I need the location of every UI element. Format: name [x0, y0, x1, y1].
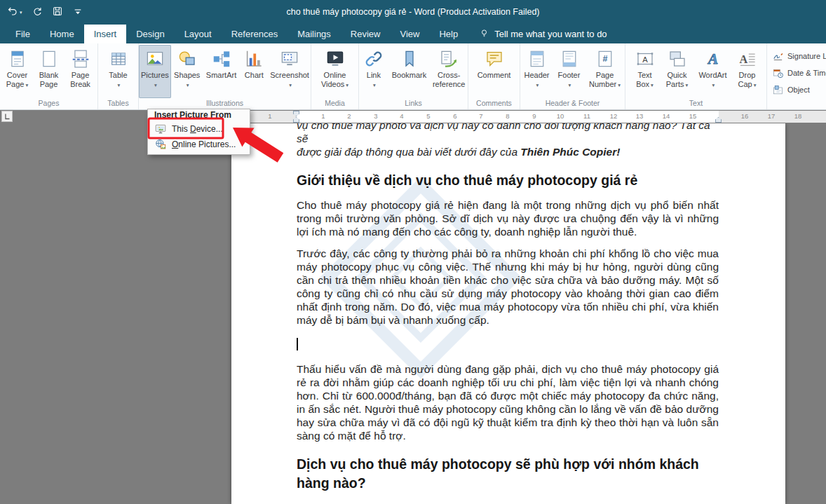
online-videos-button[interactable]: OnlineVideos	[316, 45, 355, 98]
word-window: ▾ cho thuê máy photocopy giá rẻ - Word (…	[0, 0, 826, 504]
smartart-button[interactable]: SmartArt	[203, 45, 240, 98]
page-number-button[interactable]: # PageNumber	[585, 45, 625, 98]
chart-button[interactable]: Chart	[239, 45, 269, 98]
quick-parts-icon	[667, 48, 688, 69]
tab-file[interactable]: File	[6, 25, 40, 43]
ruler-mark: 9	[532, 112, 536, 120]
menu-item-this-device[interactable]: This Device...	[148, 121, 250, 137]
ruler-mark: 14	[663, 112, 670, 120]
bookmark-button[interactable]: Bookmark	[388, 45, 431, 98]
blank-page-button[interactable]: BlankPage	[33, 45, 65, 98]
intro-paragraph: vụ cho thuê máy photo và dịch vụ này có …	[297, 123, 719, 158]
group-label-tables: Tables	[98, 98, 138, 109]
cover-page-button[interactable]: CoverPage	[1, 45, 33, 98]
paragraph-1: Cho thuê máy photocopy giá rẻ hiện đang …	[297, 198, 719, 238]
pictures-icon	[144, 48, 165, 69]
group-label-media: Media	[311, 98, 358, 109]
table-button[interactable]: Table	[101, 45, 136, 98]
pictures-button[interactable]: Pictures	[139, 45, 171, 98]
tab-selector[interactable]	[1, 111, 13, 122]
page-number-icon: #	[595, 48, 616, 69]
ruler-mark: 3	[374, 112, 377, 120]
ruler-mark: 15	[689, 112, 697, 120]
document-area: vụ cho thuê máy photo và dịch vụ này có …	[0, 123, 826, 504]
group-label-header-footer: Header & Footer	[520, 98, 625, 109]
tab-mailings[interactable]: Mailings	[287, 25, 341, 43]
header-button[interactable]: Header	[521, 45, 553, 98]
group-comments: Comment Comments	[468, 43, 520, 109]
tab-layout[interactable]: Layout	[175, 25, 222, 43]
link-button[interactable]: Link	[359, 45, 388, 98]
page-break-button[interactable]: PageBreak	[65, 45, 96, 98]
online-videos-icon	[325, 48, 346, 69]
this-device-icon	[154, 123, 167, 135]
window-title: cho thuê máy photocopy giá rẻ - Word (Pr…	[0, 0, 826, 25]
wordart-button[interactable]: A WordArt	[694, 45, 732, 98]
horizontal-ruler[interactable]: 21123456789101112131415161718	[229, 111, 826, 123]
ruler-mark: 1	[268, 112, 271, 120]
ruler-mark: 2	[347, 112, 351, 120]
menu-header: Insert Picture From	[148, 109, 250, 121]
ruler-mark: 1	[321, 112, 325, 120]
tab-selector-icon	[2, 111, 12, 123]
ribbon: CoverPage BlankPage PageBreak Pages Tabl…	[0, 43, 826, 110]
document-text[interactable]: vụ cho thuê máy photo và dịch vụ này có …	[297, 123, 719, 504]
lightbulb-icon	[479, 28, 489, 41]
ruler-mark: 6	[453, 112, 456, 120]
tab-help[interactable]: Help	[429, 25, 468, 43]
shapes-button[interactable]: Shapes	[171, 45, 203, 98]
ruler-mark: 7	[479, 112, 482, 120]
ruler-mark: 13	[636, 112, 644, 120]
ruler-mark: 10	[557, 112, 564, 120]
object-button[interactable]: Object	[767, 81, 826, 98]
svg-text:A: A	[642, 55, 648, 64]
ruler-mark: 17	[768, 112, 776, 120]
comment-button[interactable]: Comment	[473, 45, 515, 98]
tab-design[interactable]: Design	[126, 25, 174, 43]
ruler-mark: 18	[794, 112, 802, 120]
tell-me-box[interactable]: Tell me what you want to do	[479, 25, 607, 43]
online-pictures-icon	[154, 138, 167, 151]
svg-text:A: A	[739, 53, 747, 66]
menu-item-online-pictures[interactable]: Online Pictures...	[148, 137, 250, 152]
drop-cap-button[interactable]: A DropCap	[732, 45, 763, 98]
date-time-icon	[772, 67, 784, 79]
group-tables: Table Tables	[98, 43, 139, 109]
quick-parts-button[interactable]: QuickParts	[661, 45, 694, 98]
cover-page-icon	[7, 48, 28, 69]
heading-audience: Dịch vụ cho thuê máy photocopy sẽ phù hợ…	[297, 455, 719, 493]
document-page[interactable]: vụ cho thuê máy photo và dịch vụ này có …	[231, 123, 785, 504]
smartart-icon	[211, 48, 232, 69]
ruler-mark: 5	[426, 112, 430, 120]
paragraph-3: Thấu hiểu vấn đề mà người dùng đang gặp …	[297, 362, 719, 442]
text-box-button[interactable]: A TextBox	[630, 45, 661, 98]
blank-page-icon	[39, 48, 60, 69]
screenshot-button[interactable]: Screenshot	[269, 45, 311, 98]
ribbon-tab-row: File Home Insert Design Layout Reference…	[0, 25, 826, 43]
tab-review[interactable]: Review	[341, 25, 391, 43]
link-icon	[363, 48, 384, 69]
footer-button[interactable]: Footer	[553, 45, 585, 98]
ruler-bar: 21123456789101112131415161718	[0, 110, 826, 123]
footer-icon	[559, 48, 580, 69]
signature-line-button[interactable]: Signature Line	[767, 48, 826, 64]
ruler-mark: 12	[610, 112, 618, 120]
comment-icon	[484, 48, 505, 69]
tab-references[interactable]: References	[222, 25, 287, 43]
title-bar: ▾ cho thuê máy photocopy giá rẻ - Word (…	[0, 0, 826, 25]
group-text: A TextBox QuickParts A WordArt A DropCap…	[625, 43, 767, 109]
tab-insert[interactable]: Insert	[84, 25, 127, 43]
text-box-icon: A	[635, 48, 656, 69]
empty-paragraph	[297, 338, 719, 351]
group-label-comments: Comments	[468, 98, 520, 109]
tab-view[interactable]: View	[390, 25, 429, 43]
insert-picture-menu: Insert Picture From This Device... Onlin…	[147, 109, 250, 155]
shapes-icon	[177, 48, 198, 69]
group-label-illustrations: Illustrations	[139, 98, 311, 109]
cross-reference-button[interactable]: Cross-reference	[430, 45, 468, 98]
date-time-button[interactable]: Date & Time	[767, 64, 826, 81]
svg-text:A: A	[706, 50, 717, 67]
header-icon	[527, 48, 548, 69]
bookmark-icon	[399, 48, 420, 69]
tab-home[interactable]: Home	[40, 25, 84, 43]
